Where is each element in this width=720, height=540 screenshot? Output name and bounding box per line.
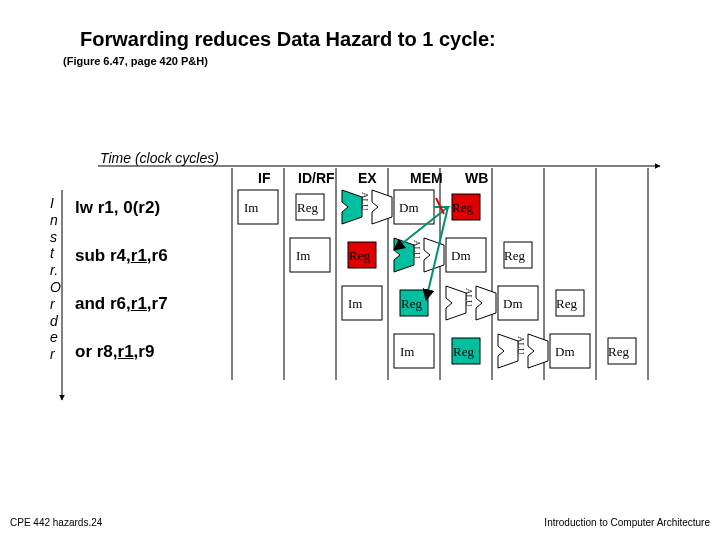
svg-text:Im: Im: [348, 296, 362, 311]
svg-text:Im: Im: [244, 200, 258, 215]
svg-text:Reg: Reg: [349, 248, 370, 263]
svg-text:Reg: Reg: [556, 296, 577, 311]
svg-text:ALU: ALU: [412, 240, 422, 259]
footer-left: CPE 442 hazards.24: [10, 517, 102, 528]
svg-text:ALU: ALU: [464, 288, 474, 307]
svg-marker-26: [476, 286, 496, 320]
row-3: [342, 286, 584, 320]
svg-text:Im: Im: [400, 344, 414, 359]
svg-text:Dm: Dm: [503, 296, 523, 311]
svg-marker-25: [446, 286, 466, 320]
svg-text:Reg: Reg: [453, 344, 474, 359]
svg-marker-14: [372, 190, 392, 224]
svg-text:ALU: ALU: [360, 192, 370, 211]
row-4: [394, 334, 636, 368]
svg-text:Reg: Reg: [297, 200, 318, 215]
footer-right: Introduction to Computer Architecture: [544, 517, 710, 528]
svg-text:Dm: Dm: [555, 344, 575, 359]
svg-text:Reg: Reg: [401, 296, 422, 311]
svg-text:Dm: Dm: [399, 200, 419, 215]
svg-text:ALU: ALU: [516, 336, 526, 355]
svg-text:Dm: Dm: [451, 248, 471, 263]
row-2: [290, 238, 532, 272]
svg-marker-32: [528, 334, 548, 368]
page-title: Forwarding reduces Data Hazard to 1 cycl…: [80, 28, 496, 51]
svg-text:Im: Im: [296, 248, 310, 263]
svg-marker-31: [498, 334, 518, 368]
svg-marker-13: [342, 190, 362, 224]
svg-text:Reg: Reg: [608, 344, 629, 359]
pipeline-diagram: Im Reg Dm Reg Im Reg Dm Reg Im Reg Dm Re…: [0, 150, 720, 540]
svg-text:Reg: Reg: [504, 248, 525, 263]
svg-text:Reg: Reg: [452, 200, 473, 215]
page-subtitle: (Figure 6.47, page 420 P&H): [63, 55, 208, 67]
